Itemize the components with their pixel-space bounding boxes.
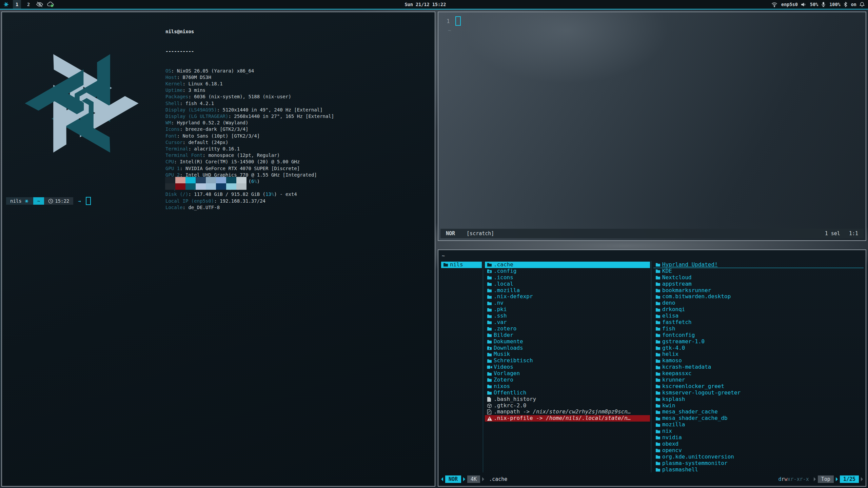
file-row[interactable]: org.kde.unitconversion xyxy=(653,454,864,460)
file-row[interactable]: Zotero xyxy=(485,377,650,383)
file-row[interactable]: fastfetch xyxy=(653,319,864,326)
workspace-2-button[interactable]: 2 xyxy=(24,0,33,9)
file-row[interactable]: Videos xyxy=(485,364,650,370)
microphone-icon[interactable] xyxy=(821,2,826,7)
file-name: elisa xyxy=(662,313,678,319)
file-row[interactable]: .config xyxy=(485,268,650,274)
file-row[interactable]: krunner xyxy=(653,377,864,383)
column-divider xyxy=(483,261,483,472)
workspace-1-button[interactable]: 1 xyxy=(13,0,21,9)
file-name: bookmarksrunner xyxy=(662,287,711,294)
file-row[interactable]: .var xyxy=(485,319,650,326)
file-row[interactable]: .bash_history xyxy=(485,396,650,403)
terminal-window[interactable]: nils@nixos ---------- OS: NixOS 26.05 (Y… xyxy=(1,12,435,487)
editor-buffer-name: [scratch] xyxy=(467,230,494,237)
nextcloud-cloud-check-icon[interactable] xyxy=(47,1,54,7)
palette-swatch xyxy=(175,183,185,190)
file-row[interactable]: mesa_shader_cache xyxy=(653,409,864,415)
file-row[interactable]: .icons xyxy=(485,274,650,281)
powerline-separator xyxy=(482,477,484,481)
network-label[interactable]: enp5s0 xyxy=(781,2,798,7)
file-row[interactable]: .zotero xyxy=(485,326,650,332)
file-row[interactable]: Schreibtisch xyxy=(485,358,650,364)
file-row[interactable]: ksplash xyxy=(653,396,864,403)
file-row[interactable]: nvidia xyxy=(653,434,864,441)
symlink-icon xyxy=(487,409,494,414)
file-row[interactable]: fontconfig xyxy=(653,332,864,339)
file-name: fish xyxy=(662,326,675,332)
preview-column: Hyprland Updated!KDENextcloudappstreambo… xyxy=(653,262,864,473)
file-row[interactable]: helix xyxy=(653,351,864,358)
file-row[interactable]: .gtkrc-2.0 xyxy=(485,403,650,409)
file-row[interactable]: KDE xyxy=(653,268,864,274)
file-row[interactable]: .local xyxy=(485,281,650,287)
bluetooth-state-label[interactable]: on xyxy=(851,2,856,7)
eye-off-icon[interactable] xyxy=(36,1,43,7)
file-row[interactable]: .ssh xyxy=(485,313,650,319)
file-name: kwin xyxy=(662,403,675,409)
file-row[interactable]: .nv xyxy=(485,300,650,306)
file-row[interactable]: plasma-systemmonitor xyxy=(653,460,864,467)
file-name: nils xyxy=(450,262,463,268)
file-row[interactable]: com.bitwarden.desktop xyxy=(653,293,864,300)
file-row[interactable]: keepassxc xyxy=(653,370,864,377)
folder-icon xyxy=(655,384,662,389)
file-name: Downloads xyxy=(494,345,523,351)
file-row[interactable]: bookmarksrunner xyxy=(653,287,864,294)
file-row[interactable]: Vorlagen xyxy=(485,370,650,377)
file-manager-window[interactable]: ~ nils .cache.config.icons.local.mozilla… xyxy=(438,249,866,487)
file-row[interactable]: gtk-4.0 xyxy=(653,345,864,351)
mic-label[interactable]: 100% xyxy=(829,2,841,7)
file-row[interactable]: Hyprland Updated! xyxy=(653,262,864,268)
wifi-icon[interactable] xyxy=(771,2,777,7)
clock[interactable]: Sun 21/12 15:22 xyxy=(405,0,446,9)
file-row[interactable]: elisa xyxy=(653,313,864,319)
file-row[interactable]: Bilder xyxy=(485,332,650,339)
file-row[interactable]: .nix-defexpr xyxy=(485,293,650,300)
file-row[interactable]: fish xyxy=(653,326,864,332)
file-row[interactable]: nix xyxy=(653,428,864,434)
file-row[interactable]: opencv xyxy=(653,447,864,454)
file-row[interactable]: plasmashell xyxy=(653,467,864,473)
file-row[interactable]: kscreenlocker_greet xyxy=(653,383,864,390)
file-row[interactable]: drkonqi xyxy=(653,306,864,313)
file-name: KDE xyxy=(662,268,672,274)
editor-first-line[interactable]: 1 xyxy=(447,16,461,26)
bell-icon[interactable] xyxy=(860,2,865,7)
editor-window[interactable]: 1 ~ NOR [scratch] 1 sel 1:1 xyxy=(438,12,866,241)
file-row[interactable]: appstream xyxy=(653,281,864,287)
sort-badge[interactable]: Top xyxy=(818,475,834,483)
file-name: .config xyxy=(494,268,516,274)
file-row[interactable]: Musik xyxy=(485,351,650,358)
file-row[interactable]: kcrash-metadata xyxy=(653,364,864,370)
file-row[interactable]: .mozilla xyxy=(485,287,650,294)
file-name: Zotero xyxy=(494,377,513,383)
file-row[interactable]: kwin xyxy=(653,403,864,409)
file-row[interactable]: Öffentlich xyxy=(485,390,650,396)
file-row[interactable]: .cache xyxy=(485,262,650,268)
file-row[interactable]: Dokumente xyxy=(485,339,650,345)
file-row[interactable]: kamoso xyxy=(653,358,864,364)
file-row[interactable]: nils xyxy=(441,262,482,268)
file-row[interactable]: deno xyxy=(653,300,864,306)
file-row[interactable]: obexd xyxy=(653,441,864,447)
bluetooth-icon[interactable] xyxy=(844,2,847,7)
file-row[interactable]: Downloads xyxy=(485,345,650,351)
file-row[interactable]: .nix-profile -> /home/nils/.local/state/… xyxy=(485,415,650,422)
file-row[interactable]: ksmserver-logout-greeter xyxy=(653,390,864,396)
folder-icon xyxy=(487,301,494,306)
folder-icon xyxy=(487,359,494,363)
file-row[interactable]: gstreamer-1.0 xyxy=(653,339,864,345)
palette-swatch xyxy=(185,183,196,190)
speaker-icon[interactable] xyxy=(801,2,806,7)
file-row[interactable]: mozilla xyxy=(653,422,864,428)
file-row[interactable]: .pki xyxy=(485,306,650,313)
file-row[interactable]: Nextcloud xyxy=(653,274,864,281)
file-row[interactable]: .manpath -> /nix/store/cw2rhy2sjnm8pz9sc… xyxy=(485,409,650,415)
fetch-line: Display (LS49AG95): 5120x1440 in 49", 24… xyxy=(165,107,334,113)
file-row[interactable]: nixos xyxy=(485,383,650,390)
file-name: .nv xyxy=(494,300,504,306)
folder-icon xyxy=(487,275,494,280)
volume-label[interactable]: 50% xyxy=(810,2,818,7)
file-row[interactable]: mesa_shader_cache_db xyxy=(653,415,864,422)
